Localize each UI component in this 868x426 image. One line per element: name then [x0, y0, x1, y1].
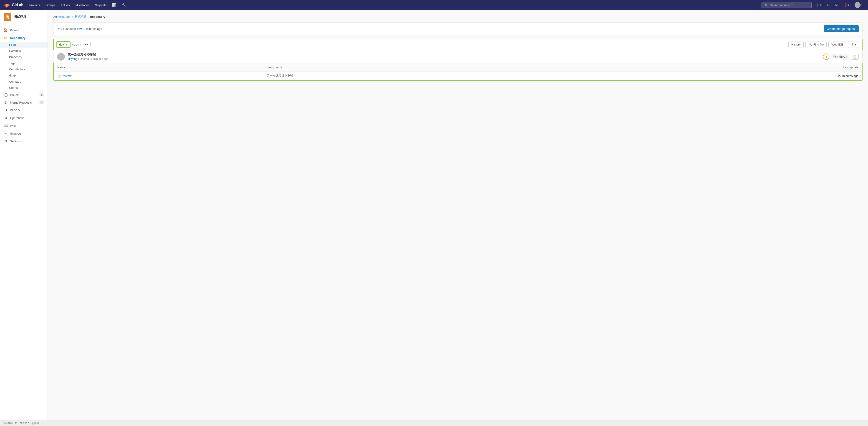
nav-wrench-icon[interactable]: 🔧 — [120, 2, 129, 9]
push-notification-bar: You pushed to dev 3 minutes ago Create m… — [53, 22, 863, 35]
help-icon[interactable]: ❓▾ — [842, 2, 851, 8]
sidebar-item-tags[interactable]: Tags — [0, 60, 48, 66]
copy-hash-button[interactable]: 📋 — [851, 54, 859, 60]
file-table-body: 📄 test.txt 第一次远程提交测试 22 minutes ago — [54, 72, 862, 80]
search-icon: 🔍 — [765, 3, 768, 7]
sidebar-branches-label: Branches — [9, 55, 22, 59]
app-body: 测 测试环境 🏠 Project 📁 Repository Files Comm… — [0, 10, 868, 426]
gitlab-logo-icon — [4, 2, 10, 8]
sidebar-cicd-label: CI / CD — [10, 109, 20, 112]
file-update-cell: 22 minutes ago — [594, 72, 862, 80]
wiki-icon: 📖 — [4, 124, 8, 128]
sidebar-item-contributors[interactable]: Contributors — [0, 66, 48, 73]
merge-request-icon[interactable]: ⊙ — [825, 2, 832, 8]
col-name: Name — [54, 63, 263, 72]
commit-bar: 第一次远程提交测试 Mr.yang authored 22 minutes ag… — [53, 50, 863, 63]
breadcrumb-sep-2: › — [88, 15, 89, 19]
cicd-icon: ↺ — [4, 108, 8, 112]
find-file-button[interactable]: 🔍 Find file — [805, 41, 827, 48]
sidebar-item-wiki[interactable]: 📖 Wiki — [0, 122, 48, 130]
sidebar-item-compare[interactable]: Compare — [0, 79, 48, 85]
create-merge-request-button[interactable]: Create merge request — [824, 25, 859, 32]
sidebar-contributors-label: Contributors — [9, 67, 25, 71]
breadcrumb-project[interactable]: 测试环境 — [74, 15, 86, 19]
sidebar-compare-label: Compare — [9, 80, 21, 83]
sidebar-item-charts[interactable]: Charts — [0, 85, 48, 91]
merge-requests-icon: ⊙ — [4, 101, 8, 105]
todo-icon[interactable]: ☑ — [833, 2, 840, 8]
breadcrumb: Administrator › 测试环境 › Repository — [53, 15, 863, 19]
bottom-status-bar: 正在等待 192.168.200.31 的响应... — [0, 421, 868, 426]
nav-stats-icon[interactable]: 📊 — [110, 2, 119, 9]
user-avatar[interactable]: ▾ — [853, 1, 864, 9]
download-button[interactable]: ⬇ ▾ — [848, 41, 859, 48]
issues-badge: 0 — [39, 93, 44, 96]
sidebar-item-branches[interactable]: Branches — [0, 54, 48, 60]
col-last-commit: Last commit — [263, 63, 594, 72]
breadcrumb-sep-1: › — [72, 15, 73, 19]
sidebar-files-label: Files — [9, 43, 16, 47]
breadcrumb-current: Repository — [90, 15, 105, 19]
pipeline-status-icon[interactable]: ⏸ — [823, 54, 829, 60]
sidebar-item-issues[interactable]: ◯ Issues 0 — [0, 91, 48, 98]
sidebar-item-files[interactable]: Files — [0, 42, 48, 48]
path-folder[interactable]: ceshi — [72, 43, 79, 46]
file-table: Name Last commit Last update 📄 test.txt — [54, 63, 862, 80]
project-avatar: 测 — [4, 13, 11, 21]
issues-icon: ◯ — [4, 93, 8, 97]
add-button[interactable]: ➕ ▾ — [813, 2, 824, 8]
download-chevron-icon: ▾ — [855, 43, 857, 46]
commit-authored: authored — [78, 57, 90, 61]
sidebar-item-label: Project — [10, 28, 19, 32]
sidebar-project-header[interactable]: 测 测试环境 — [0, 10, 48, 24]
web-ide-button[interactable]: Web IDE — [829, 41, 846, 48]
nav-snippets[interactable]: Snippets — [93, 2, 109, 8]
sidebar-item-repository[interactable]: 📁 Repository — [0, 34, 48, 42]
copy-icon: 📋 — [853, 55, 857, 58]
download-icon: ⬇ — [851, 43, 854, 46]
nav-groups[interactable]: Groups — [43, 2, 58, 8]
branch-selector[interactable]: dev ▼ — [56, 41, 70, 48]
sidebar-item-cicd[interactable]: ↺ CI / CD — [0, 106, 48, 114]
commit-hash[interactable]: fe4cb977 — [831, 54, 849, 59]
sidebar-item-settings[interactable]: ⚙ Settings — [0, 137, 48, 145]
nav-projects[interactable]: Projects — [27, 2, 42, 8]
breadcrumb-admin[interactable]: Administrator — [53, 15, 71, 19]
sidebar-item-graph[interactable]: Graph — [0, 73, 48, 79]
file-name: test.txt — [63, 74, 71, 78]
push-branch-link[interactable]: dev — [77, 27, 82, 30]
sidebar-wiki-label: Wiki — [10, 124, 16, 127]
commit-right: ⏸ fe4cb977 📋 — [823, 54, 859, 60]
sidebar-tags-label: Tags — [9, 61, 15, 65]
col-last-update: Last update — [594, 63, 862, 72]
sidebar-item-operations[interactable]: ⚙ Operations — [0, 114, 48, 122]
history-button[interactable]: History — [788, 41, 803, 48]
sidebar-item-project[interactable]: 🏠 Project — [0, 26, 48, 34]
snippets-icon: ✂ — [4, 131, 8, 136]
pause-symbol: ⏸ — [825, 56, 827, 58]
sidebar: 测 测试环境 🏠 Project 📁 Repository Files Comm… — [0, 10, 48, 426]
commit-info: 第一次远程提交测试 Mr.yang authored 22 minutes ag… — [68, 53, 820, 61]
file-table-header: Name Last commit Last update — [54, 63, 862, 72]
sidebar-item-commits[interactable]: Commits — [0, 48, 48, 54]
navbar-right: 🔍 Search or jump to... ➕ ▾ ⊙ ☑ ❓▾ ▾ — [762, 1, 864, 9]
branch-chevron-icon: ▼ — [65, 43, 68, 46]
brand-name: GitLab — [12, 3, 24, 7]
avatar-circle — [855, 2, 861, 8]
bottom-status-text: 正在等待 192.168.200.31 的响应... — [3, 422, 41, 425]
sidebar-navigation: 🏠 Project 📁 Repository Files Commits Bra… — [0, 24, 48, 147]
sidebar-item-snippets[interactable]: ✂ Snippets — [0, 130, 48, 137]
project-icon: 🏠 — [4, 28, 8, 32]
search-box[interactable]: 🔍 Search or jump to... — [762, 2, 812, 8]
brand-logo[interactable]: GitLab — [4, 2, 24, 8]
sidebar-item-label: Repository — [10, 36, 26, 39]
nav-activity[interactable]: Activity — [58, 2, 72, 8]
find-file-icon: 🔍 — [808, 43, 812, 46]
commit-author-link[interactable]: Mr.yang — [68, 57, 78, 61]
sidebar-item-merge-requests[interactable]: ⊙ Merge Requests 0 — [0, 98, 48, 106]
settings-icon: ⚙ — [4, 139, 8, 143]
path-add-button[interactable]: + ▾ — [83, 42, 91, 47]
commit-message: 第一次远程提交测试 — [68, 53, 820, 57]
nav-milestones[interactable]: Milestones — [73, 2, 92, 8]
file-name-link[interactable]: 📄 test.txt — [57, 74, 259, 78]
